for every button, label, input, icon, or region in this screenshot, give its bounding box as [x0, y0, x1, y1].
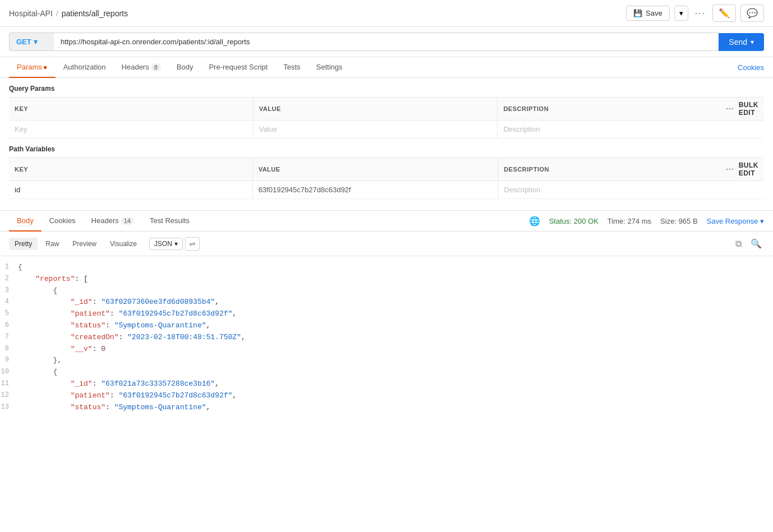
settings-tab-label: Settings — [316, 63, 343, 71]
body-tab-label: Body — [177, 63, 194, 71]
path-var-row-id: id 63f0192945c7b27d8c63d92f Description — [9, 181, 764, 199]
globe-icon: 🌐 — [529, 216, 540, 226]
json-line-7: 7 "createdOn": "2023-02-18T00:48:51.750Z… — [0, 332, 773, 344]
format-tab-pretty[interactable]: Pretty — [9, 238, 38, 250]
format-tab-preview[interactable]: Preview — [67, 238, 102, 250]
json-line-12: 12 "patient": "63f0192945c7b27d8c63d92f"… — [0, 390, 773, 402]
response-tab-body[interactable]: Body — [9, 211, 42, 232]
params-dot: ● — [43, 63, 48, 71]
method-label: GET — [16, 38, 31, 46]
endpoint-path: patients/all_reports — [62, 9, 128, 18]
query-key-cell[interactable]: Key — [9, 121, 253, 138]
format-json-chevron: ▾ — [174, 240, 178, 248]
tab-body[interactable]: Body — [169, 57, 201, 78]
save-button[interactable]: 💾 Save — [626, 6, 670, 21]
query-actions-header: ··· Bulk Edit — [720, 98, 764, 121]
query-key-placeholder: Key — [15, 125, 27, 133]
json-line-10: 10 { — [0, 367, 773, 378]
request-tabs: Params● Authorization Headers8 Body Pre-… — [0, 57, 773, 78]
response-tab-headers[interactable]: Headers14 — [84, 211, 142, 232]
tests-tab-label: Tests — [283, 63, 300, 71]
query-value-cell[interactable]: Value — [253, 121, 498, 138]
more-options-button[interactable]: ··· — [693, 6, 708, 21]
query-more-icon[interactable]: ··· — [726, 104, 734, 113]
tab-tests[interactable]: Tests — [275, 57, 308, 78]
send-label: Send — [729, 38, 747, 47]
response-cookies-label: Cookies — [49, 216, 76, 225]
path-bulk-edit[interactable]: Bulk Edit — [739, 161, 758, 177]
cookies-link[interactable]: Cookies — [738, 63, 764, 72]
search-button[interactable]: 🔍 — [748, 236, 764, 251]
query-params-title: Query Params — [9, 78, 764, 97]
url-bar: GET ▾ Send ▾ — [0, 27, 773, 57]
path-val-id: 63f0192945c7b27d8c63d92f — [259, 186, 351, 194]
status-time: Time: 274 ms — [608, 217, 651, 225]
query-val-placeholder: Value — [259, 125, 277, 133]
save-icon: 💾 — [633, 9, 642, 17]
format-tab-visualize[interactable]: Visualize — [104, 238, 142, 250]
query-params-table: KEY VALUE DESCRIPTION ··· Bulk Edit Key … — [9, 97, 764, 138]
comment-icon: 💬 — [747, 8, 758, 18]
response-test-results-label: Test Results — [150, 216, 190, 225]
path-key-header: KEY — [9, 158, 252, 181]
tab-prerequest[interactable]: Pre-request Script — [201, 57, 275, 78]
query-key-header: KEY — [9, 98, 253, 121]
send-button[interactable]: Send ▾ — [719, 33, 764, 51]
comment-icon-button[interactable]: 💬 — [740, 4, 764, 22]
tab-params[interactable]: Params● — [9, 57, 56, 78]
json-line-2: 2 "reports": [ — [0, 274, 773, 285]
path-actions-header: ··· Bulk Edit — [720, 158, 764, 181]
path-variables-title: Path Variables — [9, 138, 764, 158]
params-section: Query Params KEY VALUE DESCRIPTION ··· B… — [0, 78, 773, 199]
edit-icon-button[interactable]: ✏️ — [712, 4, 736, 22]
copy-button[interactable]: ⧉ — [733, 236, 744, 251]
path-value-cell-id[interactable]: 63f0192945c7b27d8c63d92f — [252, 181, 498, 199]
path-more-icon[interactable]: ··· — [726, 165, 734, 174]
query-row-actions — [720, 121, 764, 138]
tab-authorization[interactable]: Authorization — [56, 57, 114, 78]
query-bulk-edit[interactable]: Bulk Edit — [739, 101, 758, 117]
format-bar: Pretty Raw Preview Visualize JSON ▾ ⇌ ⧉ … — [0, 232, 773, 256]
response-tab-cookies[interactable]: Cookies — [42, 211, 84, 232]
path-key-cell-id[interactable]: id — [9, 181, 252, 199]
response-section: Body Cookies Headers14 Test Results 🌐 St… — [0, 210, 773, 419]
method-chevron: ▾ — [34, 38, 38, 46]
tab-settings[interactable]: Settings — [309, 57, 351, 78]
authorization-tab-label: Authorization — [63, 63, 106, 71]
query-desc-placeholder: Description — [503, 125, 540, 133]
method-selector[interactable]: GET ▾ — [9, 33, 54, 51]
response-body-label: Body — [17, 216, 34, 225]
path-value-header: VALUE — [252, 158, 498, 181]
response-status-bar: 🌐 Status: 200 OK Time: 274 ms Size: 965 … — [529, 216, 764, 226]
path-key-id: id — [15, 186, 20, 194]
json-viewer: 1 { 2 "reports": [ 3 { 4 "_id": "63f0207… — [0, 256, 773, 419]
top-bar-actions: 💾 Save ▾ ··· ✏️ 💬 — [626, 4, 764, 22]
path-desc-id: Description — [504, 186, 540, 194]
url-input[interactable] — [54, 33, 719, 51]
path-desc-cell-id[interactable]: Description — [498, 181, 720, 199]
format-tab-raw[interactable]: Raw — [40, 238, 65, 250]
save-dropdown-button[interactable]: ▾ — [674, 6, 688, 21]
path-variables-table: KEY VALUE DESCRIPTION ··· Bulk Edit id 6… — [9, 158, 764, 199]
path-desc-header: DESCRIPTION — [498, 158, 720, 181]
wrap-button[interactable]: ⇌ — [185, 237, 200, 251]
breadcrumb-separator: / — [56, 9, 58, 18]
pencil-icon: ✏️ — [719, 8, 730, 18]
query-desc-cell[interactable]: Description — [498, 121, 720, 138]
json-line-8: 8 "__v": 0 — [0, 344, 773, 355]
response-tab-test-results[interactable]: Test Results — [142, 211, 197, 232]
json-line-3: 3 { — [0, 285, 773, 297]
tab-headers[interactable]: Headers8 — [114, 57, 169, 78]
save-response-button[interactable]: Save Response ▾ — [707, 217, 764, 225]
api-name: Hospital-API — [9, 9, 53, 18]
copy-icon: ⧉ — [735, 239, 742, 248]
format-json-select[interactable]: JSON ▾ — [149, 238, 183, 250]
status-ok: Status: 200 OK — [549, 217, 599, 225]
top-bar: Hospital-API / patients/all_reports 💾 Sa… — [0, 0, 773, 27]
params-tab-label: Params — [17, 63, 42, 71]
format-json-label: JSON — [154, 240, 172, 248]
search-icon: 🔍 — [751, 239, 762, 248]
response-headers-badge: 14 — [121, 217, 134, 225]
query-param-row-placeholder: Key Value Description — [9, 121, 764, 138]
json-line-6: 6 "status": "Symptoms-Quarantine", — [0, 320, 773, 332]
